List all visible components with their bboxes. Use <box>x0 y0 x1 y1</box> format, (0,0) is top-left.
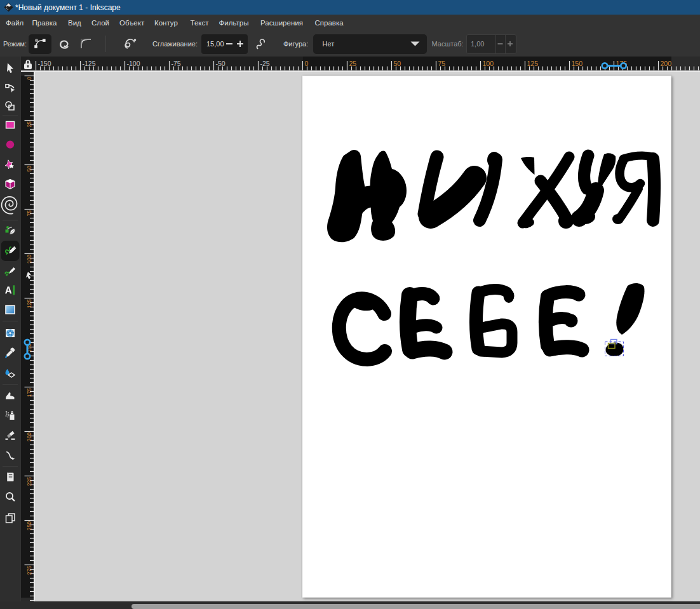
svg-text:0: 0 <box>26 76 32 79</box>
svg-text:-25: -25 <box>260 60 270 67</box>
svg-text:75: 75 <box>26 210 32 216</box>
svg-text:0: 0 <box>305 60 309 67</box>
svg-text:-150: -150 <box>38 60 51 67</box>
svg-text:150: 150 <box>572 60 583 67</box>
svg-text:-75: -75 <box>172 60 181 67</box>
svg-text:50: 50 <box>26 165 32 171</box>
svg-text:200: 200 <box>661 60 672 67</box>
svg-text:25: 25 <box>349 60 357 67</box>
svg-text:-50: -50 <box>216 60 225 67</box>
svg-text:-125: -125 <box>83 60 96 67</box>
svg-text:100: 100 <box>26 254 32 263</box>
svg-text:175: 175 <box>26 387 32 396</box>
svg-text:100: 100 <box>483 60 494 67</box>
svg-text:225: 225 <box>26 476 32 485</box>
svg-text:200: 200 <box>26 432 32 441</box>
svg-text:75: 75 <box>438 60 446 67</box>
svg-text:125: 125 <box>26 298 32 307</box>
svg-text:250: 250 <box>26 521 32 530</box>
svg-text:50: 50 <box>394 60 401 67</box>
svg-text:-100: -100 <box>127 60 140 67</box>
svg-text:275: 275 <box>26 565 32 574</box>
svg-text:125: 125 <box>527 60 539 67</box>
svg-text:25: 25 <box>26 121 32 127</box>
